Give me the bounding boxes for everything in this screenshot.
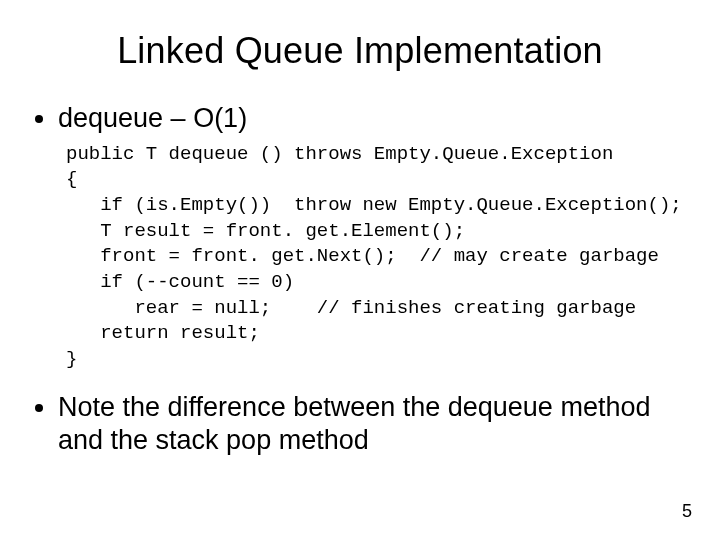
code-line: T result = front. get.Element(); [66, 220, 465, 242]
code-line: rear = null; // finishes creating garbag… [66, 297, 636, 319]
slide: Linked Queue Implementation dequeue – O(… [0, 0, 720, 540]
code-line: front = front. get.Next(); // may create… [66, 245, 659, 267]
page-number: 5 [682, 501, 692, 522]
bullet-dequeue: dequeue – O(1) [58, 102, 690, 136]
slide-title: Linked Queue Implementation [30, 30, 690, 72]
code-line: { [66, 168, 77, 190]
code-line: if (--count == 0) [66, 271, 294, 293]
code-line: public T dequeue () throws Empty.Queue.E… [66, 143, 613, 165]
code-line: return result; [66, 322, 260, 344]
code-line: if (is.Empty()) throw new Empty.Queue.Ex… [66, 194, 682, 216]
code-block: public T dequeue () throws Empty.Queue.E… [66, 142, 690, 373]
bullet-list-2: Note the difference between the dequeue … [30, 391, 690, 459]
bullet-note: Note the difference between the dequeue … [58, 391, 690, 459]
bullet-list: dequeue – O(1) [30, 102, 690, 136]
code-line: } [66, 348, 77, 370]
